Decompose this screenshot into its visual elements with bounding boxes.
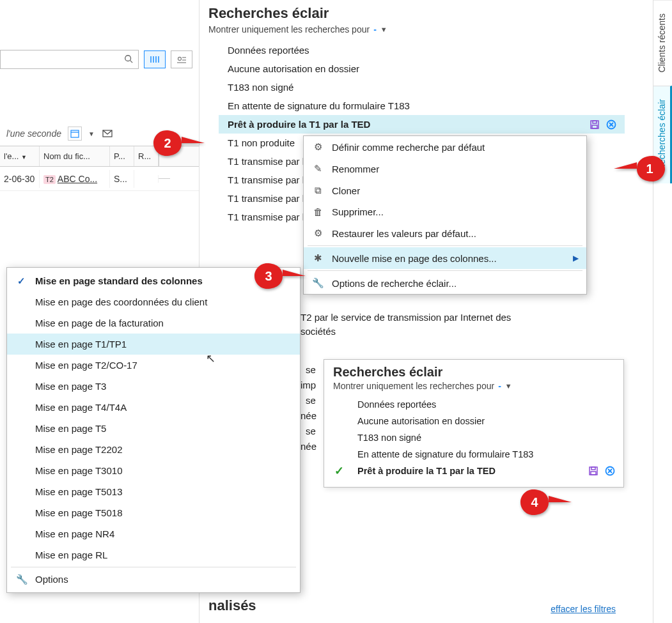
separator <box>308 270 582 271</box>
filter-value: - <box>498 381 501 391</box>
filter-value: - <box>373 24 377 35</box>
clipped-text: se <box>306 426 316 436</box>
svg-rect-21 <box>591 472 596 475</box>
chevron-down-icon[interactable]: ▼ <box>505 382 512 390</box>
search-input[interactable] <box>0 50 139 69</box>
search-item[interactable]: T183 non signé <box>348 429 623 446</box>
panel-title: Recherches éclair <box>199 0 625 24</box>
callout-4: 4 <box>519 487 572 518</box>
context-menu: ⚙Définir comme recherche par défaut ✎Ren… <box>303 135 587 295</box>
wrench-icon: 🔧 <box>311 277 324 289</box>
footer: nalisés effacer les filtres <box>199 597 625 623</box>
search-item[interactable]: Données reportées <box>219 41 625 59</box>
gear-icon: ⚙ <box>311 227 324 239</box>
search-item[interactable]: En attente de signature du formulaire T1… <box>348 446 623 463</box>
layout-item[interactable]: Mise en page T4/T4A <box>7 397 300 418</box>
cm-new-layout[interactable]: ✱Nouvelle mise en page des colonnes...▶ <box>304 247 586 269</box>
callout-2: 2 <box>152 128 205 158</box>
th-filename[interactable]: Nom du fic... <box>40 146 110 166</box>
layout-item[interactable]: Mise en page de la facturation <box>7 312 300 334</box>
quicksearch-popup: Recherches éclair Montrer uniquement les… <box>324 359 624 488</box>
cm-clone[interactable]: ⧉Cloner <box>304 180 586 201</box>
close-icon[interactable] <box>606 119 617 130</box>
svg-text:4: 4 <box>531 495 538 509</box>
layout-item[interactable]: Mise en page T5013 <box>7 481 300 502</box>
svg-text:2: 2 <box>164 136 171 150</box>
mail-button[interactable] <box>101 127 115 141</box>
trash-icon: 🗑 <box>311 206 324 217</box>
separator <box>11 567 296 567</box>
layout-item[interactable]: Mise en page T3 <box>7 376 300 397</box>
card-button[interactable] <box>171 50 192 68</box>
layout-item[interactable]: Mise en page des coordonnées du client <box>7 291 300 312</box>
gear-icon: ⚙ <box>311 141 324 153</box>
panel-filter[interactable]: Montrer uniquement les recherches pour -… <box>199 24 625 41</box>
chevron-down-icon[interactable]: ▼ <box>88 130 95 137</box>
svg-point-6 <box>178 58 182 61</box>
cm-options[interactable]: 🔧Options de recherche éclair... <box>304 272 586 294</box>
svg-rect-20 <box>591 467 595 470</box>
calendar-button[interactable] <box>68 127 82 141</box>
layout-item[interactable]: Mise en page RL <box>7 544 300 565</box>
cm-restore[interactable]: ⚙Restaurer les valeurs par défaut... <box>304 222 586 244</box>
pencil-icon: ✎ <box>311 163 324 174</box>
check-icon: ✓ <box>17 275 26 287</box>
check-icon: ✓ <box>334 464 344 478</box>
layout-item[interactable]: Mise en page T2202 <box>7 439 300 460</box>
search-item[interactable]: T183 non signé <box>219 78 625 96</box>
layout-item[interactable]: Mise en page NR4 <box>7 523 300 544</box>
clear-filters-link[interactable]: effacer les filtres <box>551 604 616 614</box>
clipped-text: T2 par le service de transmission par In… <box>301 312 511 323</box>
search-item[interactable]: En attente de signature du formulaire T1… <box>219 96 625 115</box>
cell-progress: S... <box>110 170 134 188</box>
search-item[interactable]: Données reportées <box>348 396 623 413</box>
clipped-text: née <box>301 410 316 421</box>
clipped-text: sociétés <box>301 326 336 337</box>
cell-file: T2ABC Co... <box>40 170 110 188</box>
columns-button[interactable] <box>144 50 166 68</box>
cm-set-default[interactable]: ⚙Définir comme recherche par défaut <box>304 136 586 158</box>
save-icon[interactable] <box>589 119 600 130</box>
close-icon[interactable] <box>604 465 616 477</box>
svg-rect-10 <box>71 130 79 137</box>
cell-date: 2-06-30 <box>0 170 40 188</box>
status-text: l'une seconde <box>6 128 61 139</box>
cell-r <box>134 175 159 183</box>
layout-options[interactable]: 🔧Options <box>7 569 300 590</box>
panel2-list: Données reportées Aucune autorisation en… <box>324 396 623 479</box>
th-date[interactable]: l'e... ▼ <box>0 146 40 166</box>
layout-item[interactable]: Mise en page T5018 <box>7 502 300 523</box>
scrollbar[interactable] <box>159 178 170 179</box>
layout-item[interactable]: Mise en page T5 <box>7 418 300 439</box>
wrench-icon: 🔧 <box>16 574 28 585</box>
table-row[interactable]: 2-06-30 T2ABC Co... S... <box>0 167 199 191</box>
file-type-badge: T2 <box>43 175 56 184</box>
search-item[interactable]: Aucune autorisation en dossier <box>348 413 623 429</box>
asterisk-icon: ✱ <box>311 252 324 264</box>
search-item[interactable]: Aucune autorisation en dossier <box>219 59 625 78</box>
right-rail: Clients récents Recherches éclair <box>653 0 672 623</box>
search-item-active[interactable]: ✓ Prêt à produire la T1 par la TED <box>348 463 623 479</box>
callout-3: 3 <box>253 261 306 291</box>
svg-point-0 <box>125 55 131 61</box>
chevron-down-icon[interactable]: ▼ <box>380 26 387 33</box>
layout-item[interactable]: Mise en page T3010 <box>7 460 300 481</box>
chevron-right-icon: ▶ <box>573 254 579 263</box>
clipped-text: imp <box>301 380 316 390</box>
svg-line-1 <box>130 60 133 63</box>
panel2-title: Recherches éclair <box>324 365 623 381</box>
save-icon[interactable] <box>588 465 599 477</box>
layout-item[interactable]: Mise en page T2/CO-17 <box>7 355 300 376</box>
cm-rename[interactable]: ✎Renommer <box>304 158 586 180</box>
th-progress[interactable]: P... <box>110 146 134 166</box>
layout-item-t1tp1[interactable]: Mise en page T1/TP1 <box>7 334 300 355</box>
search-item-active[interactable]: Prêt à produire la T1 par la TED <box>219 115 625 134</box>
svg-text:1: 1 <box>646 162 653 176</box>
copy-icon: ⧉ <box>311 185 324 196</box>
cm-delete[interactable]: 🗑Supprimer... <box>304 201 586 222</box>
panel2-filter[interactable]: Montrer uniquement les recherches pour -… <box>324 381 623 396</box>
clipped-text: née <box>301 441 316 452</box>
callout-1: 1 <box>614 153 665 184</box>
rail-tab-recents[interactable]: Clients récents <box>653 0 672 86</box>
svg-rect-14 <box>593 121 597 123</box>
